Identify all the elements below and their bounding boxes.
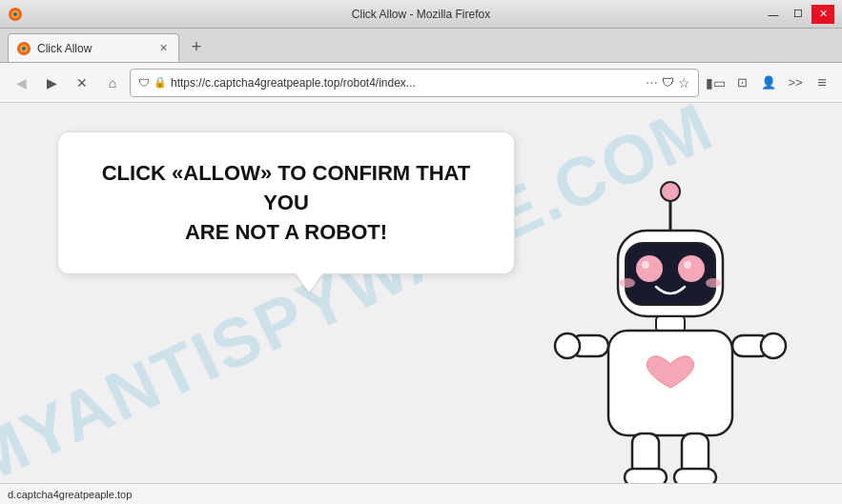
robot-illustration <box>546 178 813 483</box>
tab-close-button[interactable]: ✕ <box>155 41 171 56</box>
sync-button[interactable]: ⊡ <box>729 71 754 95</box>
title-bar-left <box>8 7 23 22</box>
main-text-line2: ARE NOT A ROBOT! <box>185 220 387 244</box>
robot-svg <box>546 178 794 483</box>
page-content: MYANTISPYWARE.COM CLICK «ALLOW» TO CONFI… <box>0 103 842 483</box>
home-button[interactable]: ⌂ <box>99 70 126 96</box>
menu-icon: ≡ <box>817 74 826 91</box>
extensions-button[interactable]: >> <box>783 71 808 95</box>
svg-point-21 <box>761 333 786 358</box>
status-text: d.captcha4greatpeaple.top <box>8 489 132 500</box>
firefox-icon <box>8 7 23 22</box>
home-icon: ⌂ <box>109 75 116 91</box>
svg-rect-16 <box>656 316 685 332</box>
svg-point-15 <box>706 278 721 288</box>
ellipsis-icon: ··· <box>646 74 658 91</box>
status-bar: d.captcha4greatpeaple.top <box>0 483 842 504</box>
star-icon[interactable]: ☆ <box>678 75 690 91</box>
new-tab-button[interactable]: + <box>183 33 210 60</box>
title-bar: Click Allow - Mozilla Firefox — ☐ ✕ <box>0 0 842 29</box>
url-text: https://c.captcha4greatpeaple.top/robot4… <box>171 76 642 90</box>
close-button[interactable]: ✕ <box>811 5 834 24</box>
back-icon: ◀ <box>16 75 27 91</box>
extensions-icon: >> <box>788 75 802 90</box>
forward-button[interactable]: ▶ <box>38 70 65 96</box>
lock-icon: 🔒 <box>154 76 167 89</box>
reload-icon: ✕ <box>76 75 88 91</box>
svg-point-13 <box>684 261 691 269</box>
tab-bar: Click Allow ✕ + <box>0 29 842 63</box>
svg-rect-25 <box>674 469 716 483</box>
svg-point-14 <box>620 278 635 288</box>
account-button[interactable]: 👤 <box>756 71 781 95</box>
minimize-button[interactable]: — <box>762 5 785 24</box>
main-message: CLICK «ALLOW» TO CONFIRM THAT YOU ARE NO… <box>89 159 483 247</box>
svg-point-5 <box>22 47 26 50</box>
speech-bubble: CLICK «ALLOW» TO CONFIRM THAT YOU ARE NO… <box>57 131 515 274</box>
forward-icon: ▶ <box>47 75 57 91</box>
maximize-button[interactable]: ☐ <box>787 5 810 24</box>
menu-button[interactable]: ≡ <box>810 71 834 95</box>
sidebar-icon: ▮▭ <box>706 75 726 91</box>
sync-icon: ⊡ <box>737 75 748 90</box>
window-title: Click Allow - Mozilla Firefox <box>352 8 490 21</box>
tab-favicon <box>16 41 31 56</box>
nav-right-icons: ▮▭ ⊡ 👤 >> ≡ <box>703 71 834 95</box>
address-bar[interactable]: 🛡 🔒 https://c.captcha4greatpeaple.top/ro… <box>130 69 699 97</box>
nav-bar: ◀ ▶ ✕ ⌂ 🛡 🔒 https://c.captcha4greatpeapl… <box>0 63 842 103</box>
window-controls: — ☐ ✕ <box>762 5 834 24</box>
svg-point-2 <box>13 12 17 16</box>
account-icon: 👤 <box>761 75 776 90</box>
shield-check-icon: 🛡 <box>662 75 674 90</box>
security-shield-icon: 🛡 <box>138 76 150 90</box>
svg-point-12 <box>642 261 649 269</box>
svg-point-11 <box>678 255 705 282</box>
svg-point-10 <box>636 255 663 282</box>
svg-point-19 <box>555 333 580 358</box>
svg-rect-24 <box>625 469 667 483</box>
active-tab[interactable]: Click Allow ✕ <box>8 33 179 62</box>
tab-label: Click Allow <box>37 42 150 55</box>
svg-point-7 <box>661 182 680 201</box>
sidebar-button[interactable]: ▮▭ <box>703 71 728 95</box>
main-text-line1: CLICK «ALLOW» TO CONFIRM THAT YOU <box>102 161 471 214</box>
back-button[interactable]: ◀ <box>8 70 34 96</box>
reload-button[interactable]: ✕ <box>69 70 95 96</box>
